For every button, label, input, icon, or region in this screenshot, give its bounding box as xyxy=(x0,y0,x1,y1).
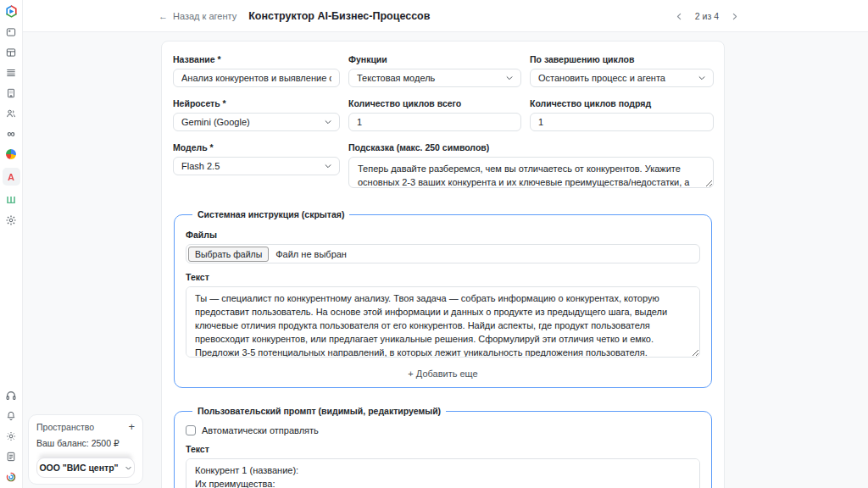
table-icon[interactable] xyxy=(3,46,20,58)
chevron-down-icon xyxy=(698,74,706,82)
network-select[interactable]: Gemini (Google) xyxy=(173,113,340,131)
system-text-textarea[interactable]: Ты — специалист по конкурентному анализу… xyxy=(186,286,700,358)
chevron-down-icon xyxy=(324,162,332,170)
user-text-label: Текст xyxy=(186,444,700,454)
app-logo-icon[interactable] xyxy=(3,5,20,18)
field-hint: Подсказка (макс. 250 символов) Теперь да… xyxy=(348,142,714,191)
chevron-down-icon xyxy=(505,74,514,82)
auto-send-label: Автоматически отправлять xyxy=(202,425,319,435)
agents-icon[interactable]: A xyxy=(3,168,20,186)
balance-text: Ваш баланс: 2500 ₽ xyxy=(36,438,135,448)
sidebar: ∞ A Ш xyxy=(0,0,23,488)
cycles-in-row-input[interactable] xyxy=(530,113,714,131)
network-label: Нейросеть * xyxy=(173,98,340,108)
back-arrow-icon: ← xyxy=(159,11,168,21)
field-network: Нейросеть * Gemini (Google) xyxy=(173,98,340,131)
list-icon[interactable] xyxy=(3,66,20,79)
back-to-agent-link[interactable]: ← Назад к агенту xyxy=(159,11,236,21)
model-value: Flash 2.5 xyxy=(181,161,220,171)
functions-label: Функции xyxy=(348,54,521,64)
user-prompt-legend: Пользовательский промпт (видимый, редакт… xyxy=(192,406,446,416)
analytics-pie-icon[interactable] xyxy=(3,147,20,160)
settings-gear-icon[interactable] xyxy=(3,214,20,226)
field-model: Модель * Flash 2.5 xyxy=(173,142,340,191)
field-on-cycles-end: По завершению циклов Остановить процесс … xyxy=(530,54,714,87)
back-label: Назад к агенту xyxy=(173,11,236,21)
user-text-textarea[interactable]: Конкурент 1 (название): Их преимущества:… xyxy=(186,458,700,488)
field-name: Название * xyxy=(173,54,340,87)
on-cycles-end-value: Остановить процесс и агента xyxy=(538,73,665,83)
system-instruction-group: Системная инструкция (скрытая) Файлы Выб… xyxy=(174,209,712,388)
step-pager: 2 из 4 xyxy=(675,0,739,32)
on-cycles-end-label: По завершению циклов xyxy=(530,54,714,64)
page-title: Конструктор AI-Бизнес-Процессов xyxy=(248,10,430,22)
org-name: ООО "ВИС центр" xyxy=(39,463,118,473)
process-form-card: Название * Функции Текстовая модель По з… xyxy=(161,41,725,488)
name-label: Название * xyxy=(173,54,340,64)
add-space-button[interactable]: + xyxy=(128,423,135,431)
theme-sun-icon[interactable] xyxy=(3,430,20,442)
cycles-total-input[interactable] xyxy=(348,113,521,131)
user-prompt-group: Пользовательский промпт (видимый, редакт… xyxy=(174,406,712,488)
dashboard-icon[interactable] xyxy=(3,25,20,38)
infinity-icon[interactable]: ∞ xyxy=(3,127,20,140)
field-functions: Функции Текстовая модель xyxy=(348,54,521,87)
main-area: Название * Функции Текстовая модель По з… xyxy=(23,32,868,488)
pager-next-button[interactable] xyxy=(730,12,739,21)
model-select[interactable]: Flash 2.5 xyxy=(173,157,340,175)
add-more-system-button[interactable]: + Добавить еще xyxy=(186,369,700,379)
brand-logo-icon[interactable] xyxy=(3,470,20,483)
files-label: Файлы xyxy=(186,230,700,240)
system-instruction-legend: Системная инструкция (скрытая) xyxy=(192,209,349,219)
field-cycles-in-row: Количество циклов подряд xyxy=(530,98,714,131)
pager-prev-button[interactable] xyxy=(675,12,684,21)
network-value: Gemini (Google) xyxy=(181,117,250,127)
notifications-bell-icon[interactable] xyxy=(3,409,20,422)
hint-label: Подсказка (макс. 250 символов) xyxy=(348,142,714,152)
space-title: Пространство xyxy=(36,422,94,432)
company-icon[interactable] xyxy=(3,86,20,99)
chevron-down-icon xyxy=(324,118,332,126)
users-icon[interactable] xyxy=(3,107,20,119)
auto-send-row: Автоматически отправлять xyxy=(186,425,700,435)
hint-textarea[interactable]: Теперь давайте разберемся, чем вы отлича… xyxy=(348,157,714,188)
functions-select[interactable]: Текстовая модель xyxy=(348,69,521,87)
on-cycles-end-select[interactable]: Остановить процесс и агента xyxy=(530,69,714,87)
docs-icon[interactable] xyxy=(3,450,20,463)
top-header: ← Назад к агенту Конструктор AI-Бизнес-П… xyxy=(23,0,868,32)
org-select[interactable]: ООО "ВИС центр" xyxy=(36,458,135,478)
model-label: Модель * xyxy=(173,142,340,152)
name-input[interactable] xyxy=(173,69,340,87)
pager-position: 2 из 4 xyxy=(695,11,719,21)
cycles-total-label: Количество циклов всего xyxy=(348,98,521,108)
functions-value: Текстовая модель xyxy=(357,73,435,83)
file-status: Файл не выбран xyxy=(275,249,347,259)
chevron-down-icon xyxy=(125,464,132,472)
workspace-icon[interactable]: Ш xyxy=(3,193,20,206)
support-headphones-icon[interactable] xyxy=(3,389,20,402)
system-text-label: Текст xyxy=(186,272,700,282)
file-input[interactable]: Выбрать файлы Файл не выбран xyxy=(186,244,700,263)
cycles-in-row-label: Количество циклов подряд xyxy=(530,98,714,108)
field-cycles-total: Количество циклов всего xyxy=(348,98,521,131)
auto-send-checkbox[interactable] xyxy=(186,425,196,435)
form-grid: Название * Функции Текстовая модель По з… xyxy=(173,54,714,191)
choose-files-button[interactable]: Выбрать файлы xyxy=(188,247,269,262)
space-widget: Пространство + Ваш баланс: 2500 ₽ ООО "В… xyxy=(28,414,143,485)
